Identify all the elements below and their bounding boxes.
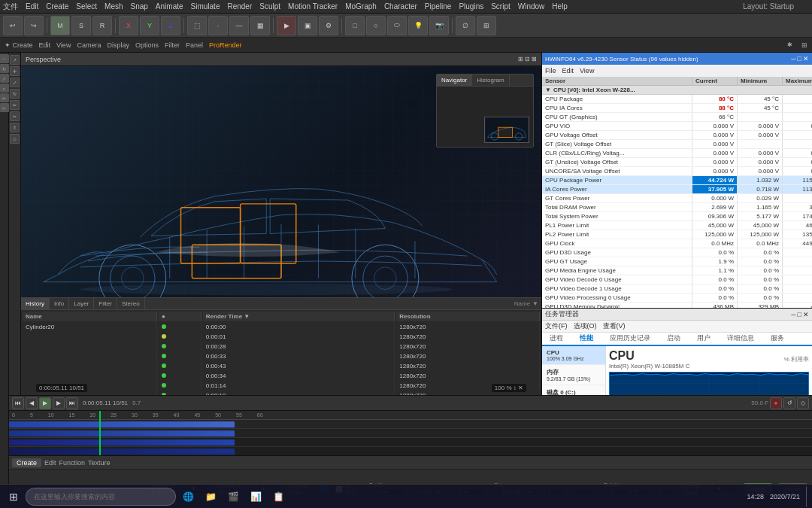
render-settings-btn[interactable]: ⚙	[319, 16, 338, 35]
hwinfo-data-row[interactable]: Total DRAM Power 2.699 W 1.165 W 3.136 W	[542, 203, 812, 212]
render-region-btn[interactable]: ▣	[298, 16, 317, 35]
hwinfo-data-row[interactable]: PL1 Power Limit 45,000 W 45,000 W 46,000…	[542, 221, 812, 230]
tm-menu-view[interactable]: 查看(V)	[603, 321, 626, 331]
tm-tab-history[interactable]: 应用历史记录	[605, 332, 655, 346]
texture-tab[interactable]: Texture	[88, 459, 111, 467]
hwinfo-data-row[interactable]: IA Cores Power 37.905 W 0.718 W 113.529 …	[542, 185, 812, 194]
tm-tab-users[interactable]: 用户	[692, 332, 715, 346]
stereo-tab[interactable]: Stereo	[117, 298, 145, 309]
hwinfo-minimize[interactable]: ─	[791, 55, 795, 62]
menu-mesh[interactable]: Mesh	[105, 2, 123, 11]
hwinfo-data-row[interactable]: GPU Video Decode 0 Usage 0.0 % 0.0 % 0.0…	[542, 275, 812, 284]
tm-close[interactable]: ✕	[803, 311, 809, 318]
history-row[interactable]: 0:00:34 1280x720	[23, 372, 540, 380]
hwinfo-data-row[interactable]: GPU Media Engine Usage 1.1 % 0.0 % 22.2 …	[542, 266, 812, 275]
menu-render[interactable]: Render	[227, 2, 252, 11]
group-btn[interactable]: ⊞	[477, 16, 496, 35]
edge-btn[interactable]: —	[229, 16, 249, 35]
hwinfo-content[interactable]: Sensor Current Minimum Maximum ▼ CPU [#0…	[542, 77, 812, 308]
tool-bevel[interactable]: ◇	[10, 134, 20, 144]
history-row[interactable]: 0:00:43 1280x720	[23, 362, 540, 370]
viewport-content[interactable]: Navigator Histogram	[21, 66, 541, 395]
layer-tab[interactable]: Layer	[69, 298, 94, 309]
z-axis-btn[interactable]: Z	[161, 16, 180, 35]
history-filter-btn[interactable]: ▼	[532, 300, 538, 307]
view-menu-2[interactable]: View	[56, 41, 71, 49]
sidebar-rotate-icon[interactable]: ↻	[0, 64, 9, 73]
cpu-expand-icon[interactable]: ▼	[545, 87, 551, 93]
sidebar-move-icon[interactable]: ↔	[0, 54, 9, 63]
display-menu[interactable]: Display	[107, 41, 129, 49]
y-axis-btn[interactable]: Y	[140, 16, 159, 35]
menu-snap[interactable]: Snap	[131, 2, 148, 11]
histogram-tab[interactable]: Histogram	[472, 75, 509, 86]
history-row[interactable]: 0:00:28 1280x720	[23, 342, 540, 351]
poly-btn[interactable]: ▦	[250, 16, 270, 35]
tool-paint[interactable]: ✏	[10, 100, 20, 110]
tm-maximize[interactable]: □	[798, 311, 801, 318]
loop-btn[interactable]: ↺	[783, 397, 795, 409]
fullscreen-btn[interactable]: ⊞	[801, 41, 807, 49]
hwinfo-data-row[interactable]: GPU Clock 0.0 MHz 0.0 MHz 449.9 MHz	[542, 239, 812, 248]
menu-pipeline[interactable]: Pipeline	[425, 2, 452, 11]
hwinfo-data-row[interactable]: GPU Video Processing 0 Usage 0.0 % 0.0 %…	[542, 294, 812, 303]
hwinfo-close[interactable]: ✕	[803, 55, 809, 62]
tm-tab-performance[interactable]: 性能	[575, 332, 598, 346]
hwinfo-data-row[interactable]: CPU GT (Graphics) 66 °C	[542, 113, 812, 122]
navigator-tab[interactable]: Navigator	[437, 75, 472, 86]
options-menu[interactable]: Options	[135, 41, 159, 49]
light-btn[interactable]: 💡	[408, 16, 428, 35]
panel-menu[interactable]: Panel	[186, 41, 203, 49]
camera-btn[interactable]: 📷	[429, 16, 449, 35]
filter-tab[interactable]: Filter	[94, 298, 117, 309]
select-btn[interactable]: ⬚	[187, 16, 207, 35]
menu-mograph[interactable]: MoGraph	[345, 2, 377, 11]
menu-select[interactable]: Select	[76, 2, 97, 11]
x-axis-btn[interactable]: X	[119, 16, 138, 35]
record-btn[interactable]: ●	[770, 397, 782, 409]
filter-menu[interactable]: Filter	[165, 41, 180, 49]
show-desktop-btn[interactable]	[806, 486, 809, 507]
scale-btn[interactable]: S	[71, 16, 91, 35]
tm-menu-options[interactable]: 选项(O)	[574, 321, 597, 331]
hwinfo-data-row[interactable]: GPU Voltage Offset 0.000 V 0.000 V	[542, 131, 812, 140]
tm-tab-startup[interactable]: 启动	[662, 332, 685, 346]
rotate-btn[interactable]: R	[92, 16, 112, 35]
prorender-menu[interactable]: ProRender	[209, 41, 242, 49]
menu-sculpt[interactable]: Sculpt	[259, 2, 280, 11]
hwinfo-data-row[interactable]: GT Cores Power 0.000 W 0.029 W 0.54 W	[542, 194, 812, 203]
play-btn[interactable]: ▶	[39, 397, 51, 409]
cylinder-btn[interactable]: ⬭	[387, 16, 407, 35]
hwinfo-data-row[interactable]: PL2 Power Limit 125,000 W 125,000 W 135,…	[542, 230, 812, 239]
menu-edit[interactable]: Edit	[26, 2, 38, 11]
tm-tab-services[interactable]: 服务	[766, 332, 789, 346]
play-back-btn[interactable]: ⏮	[12, 397, 24, 409]
hwinfo-data-row[interactable]: GPU VIO 0.000 V 0.000 V 0.715 V	[542, 122, 812, 131]
history-row[interactable]: 0:00:33 1280x720	[23, 352, 540, 360]
play-forward-btn[interactable]: ⏭	[66, 397, 78, 409]
hwinfo-menu-edit[interactable]: Edit	[562, 67, 574, 75]
sidebar-brush-icon[interactable]: ✏	[0, 93, 9, 102]
hwinfo-data-row[interactable]: GPU GT Usage 1.9 % 0.0 % 33.9 %	[542, 257, 812, 266]
taskbar-taskman-icon[interactable]: 📋	[268, 486, 289, 507]
tool-scale[interactable]: ⤢	[10, 78, 20, 87]
redo-btn[interactable]: ↪	[24, 16, 44, 35]
view-menu[interactable]: ✦ Create	[5, 41, 33, 49]
hwinfo-data-row[interactable]: GT (Slice) Voltage Offset 0.000 V	[542, 140, 812, 149]
tm-tab-processes[interactable]: 进程	[545, 332, 568, 346]
hwinfo-data-row[interactable]: CPU Package Power 44.724 W 1.032 W 115.1…	[542, 176, 812, 185]
create-tab[interactable]: Create	[12, 458, 41, 467]
hwinfo-data-row[interactable]: GT (Unslice) Voltage Offset 0.000 V 0.00…	[542, 158, 812, 167]
history-row[interactable]: 0:01:14 1280x720	[23, 382, 540, 390]
hwinfo-data-row[interactable]: GPU D3D Memory Dynamic 436 MB 329 MB 449…	[542, 303, 812, 308]
history-row[interactable]: 0:00:01 1280x720	[23, 333, 540, 341]
point-btn[interactable]: ·	[208, 16, 228, 35]
taskbar-hwinfo-icon[interactable]: 📊	[245, 486, 266, 507]
tm-cpu-item[interactable]: CPU 100% 3.09 GHz	[542, 346, 605, 365]
taskbar-c4d-icon[interactable]: 🎬	[223, 486, 244, 507]
menu-character[interactable]: Character	[384, 2, 417, 11]
tm-menu-file[interactable]: 文件(F)	[545, 321, 568, 331]
hwinfo-data-row[interactable]: CLR (CBx/LLC/Ring) Voltag... 0.000 V 0.0…	[542, 149, 812, 158]
menu-create[interactable]: Create	[46, 2, 68, 11]
menu-simulate[interactable]: Simulate	[191, 2, 220, 11]
